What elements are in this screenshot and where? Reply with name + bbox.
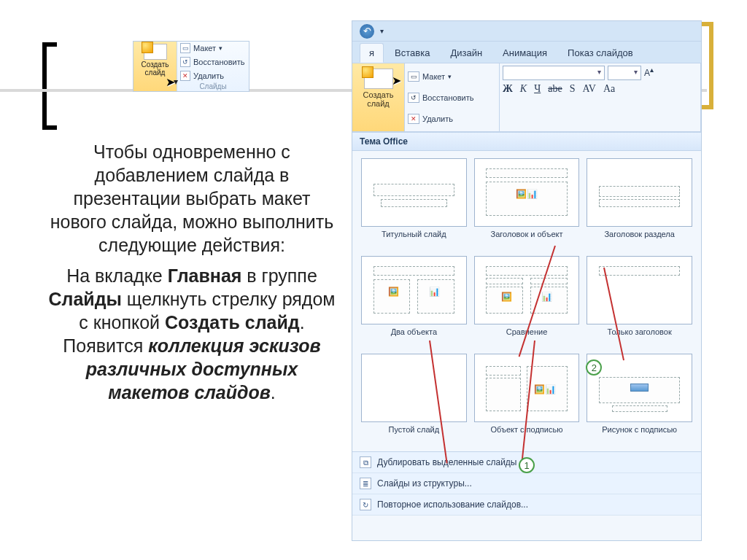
slides-group-options: ▭Макет ▾ ↺Восстановить ✕Удалить: [405, 63, 500, 131]
font-group: A▴ Ж К Ч abe S AV Aa: [500, 63, 701, 131]
font-family-dropdown[interactable]: [503, 66, 605, 80]
mouse-cursor-icon: ➤: [166, 75, 175, 89]
layout-menu-small[interactable]: ▭Макет ▾: [177, 42, 249, 55]
italic-button[interactable]: К: [520, 83, 527, 95]
powerpoint-window: ↶▾ я Вставка Дизайн Анимация Показ слайд…: [352, 20, 702, 541]
layout-icon: ▭: [408, 71, 419, 82]
tab-animation[interactable]: Анимация: [493, 43, 557, 63]
layout-thumb-picture-caption[interactable]: Рисунок с подписью: [587, 354, 692, 444]
new-slide-icon: [144, 44, 167, 60]
new-slide-icon: [364, 69, 393, 89]
content-icon: 🖼️: [501, 292, 512, 302]
undo-button[interactable]: ↶: [360, 24, 374, 39]
body-text: Чтобы одновременно с добавлением слайда …: [45, 140, 338, 411]
layout-thumb-two-content[interactable]: 🖼️📊 Два объекта: [361, 256, 467, 346]
outline-icon: ≣: [360, 478, 371, 489]
delete-icon: ✕: [180, 71, 190, 81]
layout-thumb-section[interactable]: Заголовок раздела: [587, 158, 692, 249]
quick-access-toolbar: ↶▾: [352, 21, 701, 42]
case-button[interactable]: Aa: [603, 83, 615, 95]
layout-gallery: Титульный слайд 🖼️📊 Заголовок и объект З…: [352, 151, 701, 451]
content-icon: 📊: [429, 287, 440, 297]
mouse-cursor-icon: ➤: [392, 74, 401, 88]
group-caption-small: Слайды: [177, 82, 249, 91]
layout-thumb-title-content[interactable]: 🖼️📊 Заголовок и объект: [474, 158, 580, 249]
create-slide-label: Создать слайд: [355, 90, 401, 108]
slides-group-small: Создать слайд ▾ ➤ ▭Макет ▾ ↺Восстановить…: [133, 41, 249, 92]
reuse-slides-item[interactable]: ↻Повторное использование слайдов...: [352, 494, 701, 516]
layout-thumb-title[interactable]: Титульный слайд: [361, 158, 467, 249]
font-size-dropdown[interactable]: [608, 66, 641, 80]
strike-button[interactable]: abe: [548, 83, 562, 95]
ribbon-tabs: я Вставка Дизайн Анимация Показ слайдов: [352, 42, 701, 63]
layout-thumb-content-caption[interactable]: 🖼️📊 Объект с подписью: [474, 354, 580, 444]
tab-home[interactable]: я: [360, 43, 384, 63]
tab-design[interactable]: Дизайн: [441, 43, 492, 63]
slides-from-outline-item[interactable]: ≣Слайды из структуры...: [352, 473, 701, 494]
reset-icon: ↺: [180, 57, 190, 67]
layout-menu[interactable]: ▭Макет ▾: [408, 71, 496, 82]
create-slide-button[interactable]: Создать слайд ➤: [352, 63, 405, 131]
reset-button[interactable]: ↺Восстановить: [408, 93, 496, 103]
bracket-left: [42, 42, 57, 130]
layout-thumb-blank[interactable]: Пустой слайд: [361, 354, 467, 444]
layout-icon: ▭: [180, 43, 190, 53]
callout-1: 1: [519, 457, 535, 473]
gallery-header: Тема Office: [352, 132, 701, 151]
delete-button[interactable]: ✕Удалить: [408, 114, 496, 124]
reset-icon: ↺: [408, 93, 419, 103]
underline-button[interactable]: Ч: [534, 83, 541, 95]
reset-button-small[interactable]: ↺Восстановить: [177, 55, 249, 69]
duplicate-icon: ⧉: [360, 456, 371, 468]
content-icon: 🖼️📊: [516, 189, 538, 199]
content-icon: 📊: [541, 292, 552, 302]
ribbon: Создать слайд ➤ ▭Макет ▾ ↺Восстановить ✕…: [352, 63, 701, 132]
tab-insert[interactable]: Вставка: [385, 43, 439, 63]
create-slide-button-small[interactable]: Создать слайд ▾ ➤: [133, 42, 177, 91]
tab-slideshow[interactable]: Показ слайдов: [558, 43, 643, 63]
layout-thumb-title-only[interactable]: Только заголовок: [587, 256, 692, 346]
create-slide-label: Создать слайд: [135, 61, 175, 77]
reuse-icon: ↻: [360, 499, 371, 510]
content-icon: 🖼️📊: [534, 384, 556, 394]
shadow-button[interactable]: S: [570, 83, 576, 95]
grow-font-icon[interactable]: A▴: [644, 66, 654, 80]
delete-button-small[interactable]: ✕Удалить: [177, 69, 249, 82]
bold-button[interactable]: Ж: [503, 83, 513, 95]
delete-icon: ✕: [408, 114, 419, 124]
spacing-button[interactable]: AV: [582, 83, 595, 95]
content-icon: 🖼️: [388, 287, 399, 297]
